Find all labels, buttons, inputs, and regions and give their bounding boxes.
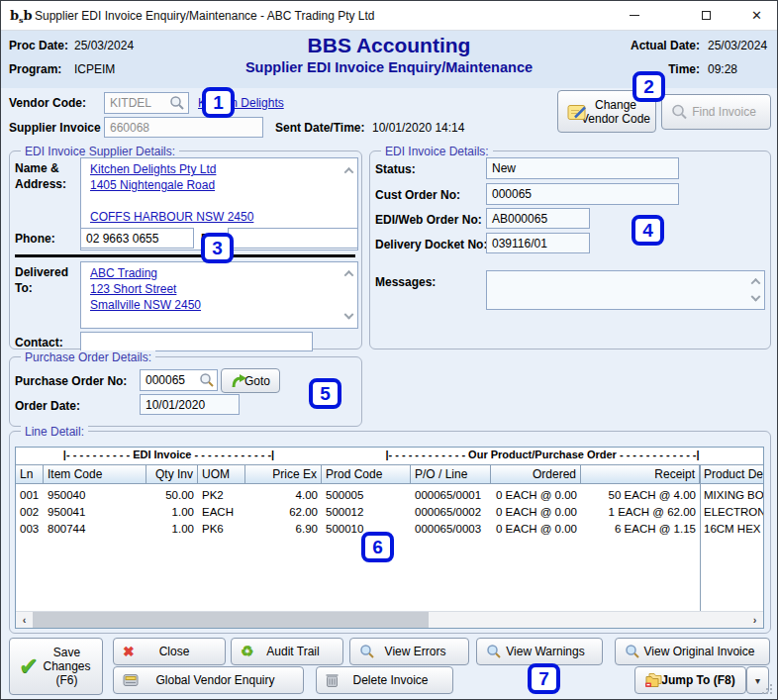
horizontal-scrollbar[interactable]: ‹ › [16, 611, 763, 628]
po-lookup-icon[interactable] [199, 372, 215, 388]
cell-qty: 1.00 [146, 523, 198, 535]
view-errors-label: View Errors [385, 645, 446, 658]
find-invoice-button[interactable]: Find Invoice [661, 94, 771, 130]
cell-ordered: 0 EACH @ 0.00 [491, 489, 581, 501]
view-original-invoice-button[interactable]: View Original Invoice [615, 638, 770, 665]
sent-datetime-label: Sent Date/Time: [275, 121, 364, 135]
jump-to-label: Jump To (F8) [661, 673, 734, 687]
delivered-name-link[interactable]: ABC Trading [90, 266, 157, 280]
supplier-street-link[interactable]: 1405 Nightengale Road [90, 178, 215, 192]
jump-to-button[interactable]: Jump To (F8) [634, 666, 746, 694]
delivered-city-link[interactable]: Smallville NSW 2450 [90, 298, 201, 312]
scroll-up-icon[interactable] [749, 275, 761, 287]
cell-prod-code: 500012 [322, 506, 411, 518]
scroll-up-icon[interactable] [342, 164, 354, 176]
scroll-left-icon[interactable]: ‹ [16, 612, 33, 628]
cell-ln: 002 [16, 506, 44, 518]
cell-po-line: 000065/0003 [411, 523, 491, 535]
cell-po-line: 000065/0002 [411, 506, 491, 518]
cust-order-label: Cust Order No: [375, 188, 460, 202]
cust-order-field[interactable]: 000065 [486, 183, 679, 205]
status-label: Status: [375, 162, 416, 176]
folders-icon [644, 673, 663, 688]
delivered-to-box: ABC Trading 123 Short Street Smallville … [80, 261, 358, 329]
delivery-docket-field[interactable]: 039116/01 [486, 233, 590, 253]
goto-button[interactable]: Goto [221, 368, 280, 393]
table-header-row: Ln Item Code Qty Inv UOM Price Ex Prod C… [16, 464, 764, 484]
window-title: Supplier EDI Invoice Enquiry/Maintenance… [35, 9, 375, 23]
table-row[interactable]: 001 950040 50.00 PK2 4.00 500005 000065/… [16, 486, 764, 503]
delivered-to-label-1: Delivered [15, 265, 68, 279]
audit-trail-button[interactable]: ♻ Audit Trail [231, 638, 343, 665]
scrollbar-thumb[interactable] [33, 612, 429, 628]
col-item-code[interactable]: Item Code [44, 465, 146, 483]
cell-price: 62.00 [245, 506, 322, 518]
delete-invoice-label: Delete Invoice [352, 673, 428, 687]
global-vendor-enquiry-button[interactable]: Global Vendor Enquiry [113, 666, 304, 694]
name-address-label-2: Address: [15, 177, 66, 191]
col-ln[interactable]: Ln [16, 465, 44, 483]
table-row[interactable]: 002 950041 1.00 EACH 62.00 500012 000065… [16, 503, 764, 520]
col-receipt[interactable]: Receipt [581, 465, 700, 483]
view-warnings-button[interactable]: View Warnings [476, 638, 603, 665]
app-window: bsb Supplier EDI Invoice Enquiry/Mainten… [0, 0, 778, 700]
order-date-field[interactable]: 10/01/2020 [140, 394, 240, 415]
close-window-button[interactable]: ✕ [734, 1, 778, 30]
fax-field[interactable] [228, 228, 358, 249]
close-icon: ✕ [751, 9, 762, 22]
supplier-invoice-field[interactable]: 660068 [104, 117, 263, 138]
cell-uom: PK6 [198, 523, 245, 535]
contact-field[interactable] [80, 332, 313, 351]
supplier-address-blank [90, 193, 340, 209]
scroll-up-icon[interactable] [342, 267, 354, 279]
cell-item-code: 950040 [44, 489, 146, 501]
status-field[interactable]: New [486, 157, 679, 179]
cell-receipt: 1 EACH @ 62.00 [581, 506, 700, 518]
band-our-product: |- - - - - - - - - - - - Our Product/Pur… [322, 449, 763, 464]
cell-price: 6.90 [245, 523, 322, 535]
delete-invoice-button[interactable]: Delete Invoice [316, 666, 453, 694]
view-errors-button[interactable]: View Errors [349, 638, 469, 665]
callout-4: 4 [632, 215, 664, 246]
messages-box[interactable] [486, 270, 765, 310]
magnifier-icon [359, 644, 375, 659]
col-ordered[interactable]: Ordered [491, 465, 581, 483]
chevron-down-icon: ▾ [755, 675, 760, 686]
col-price-ex[interactable]: Price Ex [245, 465, 322, 483]
col-uom[interactable]: UOM [198, 465, 245, 483]
resize-grip[interactable] [761, 683, 773, 695]
cell-ordered: 0 EACH @ 0.00 [491, 523, 581, 535]
audit-trail-label: Audit Trail [266, 645, 319, 658]
col-po-line[interactable]: P/O / Line [411, 465, 491, 483]
supplier-city-link[interactable]: COFFS HARBOUR NSW 2450 [90, 210, 253, 224]
cell-receipt: 6 EACH @ 1.15 [581, 523, 700, 535]
column-divider [700, 464, 701, 612]
col-product-desc[interactable]: Product De [700, 465, 764, 483]
app-title: BBS Accounting [1, 34, 777, 57]
callout-6: 6 [361, 532, 394, 562]
note-pencil-icon [567, 102, 588, 121]
magnifier-icon [486, 644, 502, 659]
check-icon: ✔ [19, 654, 39, 678]
line-detail-title: Line Detail: [21, 425, 88, 439]
delivered-to-label-2: To: [15, 281, 33, 295]
close-button[interactable]: ✖ Close [113, 638, 226, 665]
delivered-street-link[interactable]: 123 Short Street [90, 282, 176, 296]
phone-field[interactable]: 02 9663 0655 [80, 228, 194, 249]
scroll-down-icon[interactable] [342, 311, 354, 323]
vendor-lookup-icon[interactable] [169, 95, 185, 111]
scroll-down-icon[interactable] [749, 293, 761, 305]
trash-icon [326, 673, 339, 688]
scroll-right-icon[interactable]: › [746, 612, 763, 628]
maximize-button[interactable] [684, 1, 729, 30]
cell-ordered: 0 EACH @ 0.00 [491, 506, 581, 518]
col-qty-inv[interactable]: Qty Inv [146, 465, 198, 483]
cell-product-desc: 16CM HEX [700, 523, 764, 535]
cell-po-line: 000065/0001 [411, 489, 491, 501]
cell-ln: 001 [16, 489, 44, 501]
edi-web-order-field[interactable]: AB000065 [486, 208, 590, 229]
supplier-name-link[interactable]: Kitchen Delights Pty Ltd [90, 162, 216, 176]
minimize-button[interactable] [612, 1, 656, 30]
save-changes-button[interactable]: ✔ Save Changes (F6) [9, 638, 103, 695]
col-prod-code[interactable]: Prod Code [322, 465, 411, 483]
